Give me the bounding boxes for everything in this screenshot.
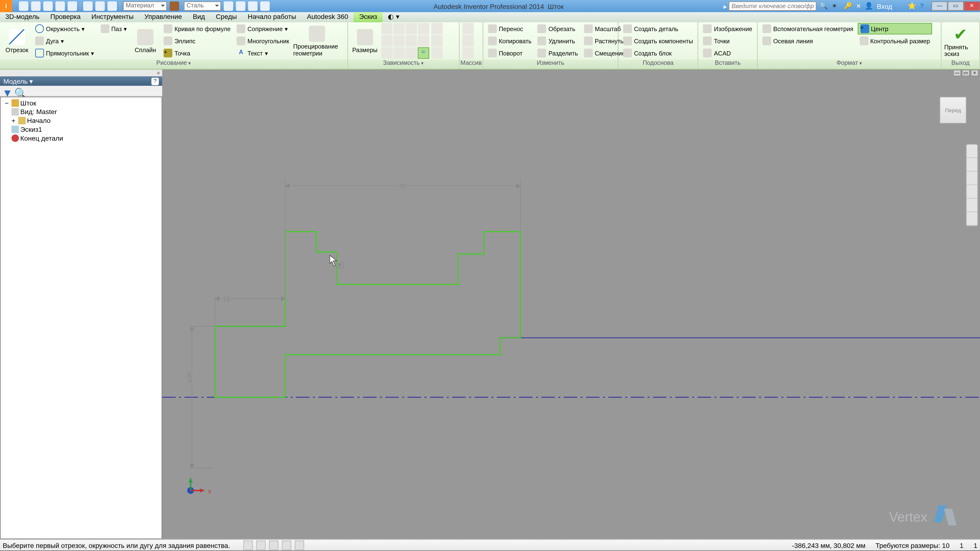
qat-update-icon[interactable] [95, 2, 105, 11]
create-block-button[interactable]: Создать блок [621, 48, 695, 59]
conc-constraint-icon[interactable] [405, 35, 417, 47]
tab-manage[interactable]: Управление [139, 12, 187, 22]
dimension-15[interactable] [215, 230, 285, 325]
construction-button[interactable]: Вспомогательная геометрия [760, 23, 855, 35]
qat-new-icon[interactable] [19, 2, 29, 11]
rotate-button[interactable]: Поворот [486, 48, 533, 59]
qat-redo-icon[interactable] [68, 2, 77, 11]
tree-sketch1[interactable]: Эскиз1 [2, 125, 160, 134]
rectangle-button[interactable]: Прямоугольник ▾ [33, 48, 96, 59]
tab-inspect[interactable]: Проверка [45, 12, 86, 22]
app-icon[interactable]: I [0, 0, 12, 12]
tab-tools[interactable]: Инструменты [86, 12, 139, 22]
material-dropdown[interactable]: Материал [123, 2, 167, 11]
image-button[interactable]: Изображение [701, 23, 754, 35]
equation-curve-button[interactable]: Кривая по формуле [162, 23, 232, 35]
make-part-button[interactable]: Создать деталь [621, 23, 695, 35]
trim-button[interactable]: Обрезать [536, 23, 580, 35]
equal-constraint-icon[interactable]: = [417, 48, 429, 59]
spline-button[interactable]: Сплайн [131, 23, 159, 59]
status-snap-icon[interactable] [243, 540, 253, 550]
line-button[interactable]: Отрезок [3, 23, 31, 59]
tab-environments[interactable]: Среды [210, 12, 242, 22]
polygon-button[interactable]: Многоугольник [235, 35, 291, 47]
close-button[interactable]: ✕ [964, 2, 980, 11]
centerline-button[interactable]: Осевая линия [760, 35, 855, 47]
status-grid-icon[interactable] [256, 540, 266, 550]
search-tree-icon[interactable]: 🔍 [14, 87, 22, 95]
qat-undo-icon[interactable] [56, 2, 65, 11]
ellipse-button[interactable]: Эллипс [162, 35, 232, 47]
finish-sketch-button[interactable]: ✔Принять эскиз [944, 23, 977, 59]
maximize-button[interactable]: ▭ [948, 2, 964, 11]
qat-e1-icon[interactable] [224, 2, 233, 11]
tree-root[interactable]: −Шток [2, 98, 160, 107]
copy-button[interactable]: Копировать [486, 35, 533, 47]
panel-constrain-title[interactable]: Зависимость [348, 60, 459, 69]
search-input[interactable] [729, 2, 816, 11]
circle-button[interactable]: Окружность ▾ [33, 23, 96, 35]
browser-close-icon[interactable]: × [0, 70, 162, 76]
horiz-constraint-icon[interactable] [381, 23, 393, 35]
user-icon[interactable]: 👤 [865, 2, 873, 11]
browser-header[interactable]: Модель ▾? [0, 76, 162, 86]
qat-select-icon[interactable] [83, 2, 92, 11]
filter-icon[interactable]: ▼ [2, 87, 10, 95]
qat-e2-icon[interactable] [236, 2, 245, 11]
point-button[interactable]: +Точка [162, 48, 232, 59]
tree-view[interactable]: Вид: Master [2, 107, 160, 116]
slot-button[interactable]: Паз ▾ [98, 23, 129, 35]
vert-constraint-icon[interactable] [393, 23, 405, 35]
tree-end-of-part[interactable]: Конец детали [2, 134, 160, 143]
infocenter-search-icon[interactable]: 🔍 [819, 2, 828, 11]
make-components-button[interactable]: Создать компоненты [621, 35, 695, 47]
tab-3dmodel[interactable]: 3D-модель [0, 12, 45, 22]
points-button[interactable]: Точки [701, 35, 754, 47]
signin-button[interactable]: Вход [877, 2, 892, 10]
fillet-button[interactable]: Сопряжение ▾ [235, 23, 291, 35]
qat-open-icon[interactable] [31, 2, 41, 11]
project-geometry-button[interactable]: Проецирование геометрии [293, 23, 341, 59]
coinc-constraint-icon[interactable] [405, 23, 417, 35]
sketch-profile[interactable] [215, 232, 520, 397]
panel-draw-title[interactable]: Рисование [0, 60, 347, 69]
subscr-icon[interactable]: ✶ [832, 2, 840, 11]
key-icon[interactable]: 🔑 [844, 2, 853, 11]
favorite-icon[interactable]: ⭐ [908, 2, 916, 11]
perp-constraint-icon[interactable] [381, 35, 393, 47]
qat-appearance-icon[interactable] [170, 2, 179, 11]
circ-pattern-icon[interactable] [462, 35, 474, 47]
tab-sketch[interactable]: Эскиз [354, 12, 383, 22]
smooth-constraint-icon[interactable] [381, 48, 393, 59]
appearance-dropdown[interactable]: Сталь [184, 2, 221, 11]
tab-getstarted[interactable]: Начало работы [242, 12, 301, 22]
exchange-icon[interactable]: ✕ [856, 3, 862, 10]
driven-dimension-button[interactable]: Контрольный размер [858, 35, 932, 47]
sym-constraint-icon[interactable] [393, 48, 405, 59]
status-opt-icon[interactable] [295, 540, 305, 550]
arc-button[interactable]: Дуга ▾ [33, 35, 96, 47]
constraint-settings-icon[interactable] [431, 48, 442, 59]
qat-param-icon[interactable] [107, 2, 117, 11]
dimension-button[interactable]: Размеры [351, 23, 379, 59]
panel-format-title[interactable]: Формат [758, 60, 941, 69]
extend-button[interactable]: Удлинить [536, 35, 580, 47]
tab-view[interactable]: Вид [187, 12, 210, 22]
tab-appearance-toggle[interactable]: ◐ ▾ [383, 12, 405, 22]
minimize-button[interactable]: — [931, 2, 948, 11]
qat-save-icon[interactable] [43, 2, 53, 11]
auto-dim-icon[interactable] [431, 35, 442, 47]
status-show-icon[interactable] [282, 540, 292, 550]
split-button[interactable]: Разделить [536, 48, 580, 59]
centerpoint-button[interactable]: +Центр [858, 23, 932, 35]
browser-help-icon[interactable]: ? [151, 77, 159, 85]
mirror-icon[interactable] [462, 48, 474, 59]
qat-fx-icon[interactable] [248, 2, 258, 11]
tree-origin[interactable]: +Начало [2, 116, 160, 125]
acad-button[interactable]: ACAD [701, 48, 754, 59]
show-constraints-icon[interactable] [431, 23, 442, 35]
status-slice-icon[interactable] [269, 540, 279, 550]
sketch-canvas[interactable]: — ▭ × Перед [162, 70, 980, 539]
colinear-constraint-icon[interactable] [417, 35, 429, 47]
rect-pattern-icon[interactable] [462, 23, 474, 35]
